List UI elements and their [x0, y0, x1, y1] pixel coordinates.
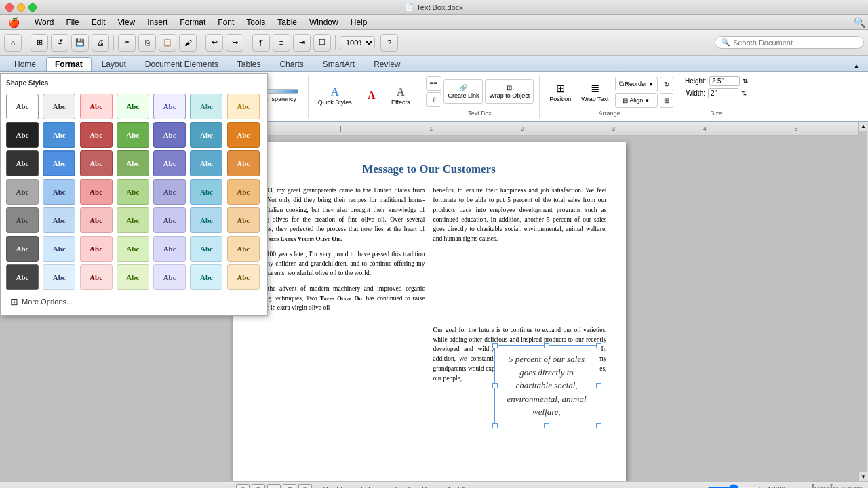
style-cell-r7-c7[interactable]: Abc — [227, 264, 260, 290]
handle-br[interactable] — [596, 423, 601, 428]
style-cell-r7-c4[interactable]: Abc — [117, 264, 149, 290]
wrap-object-btn[interactable]: ⊡ Wrap to Object — [485, 79, 534, 104]
tab-charts[interactable]: Charts — [271, 57, 312, 71]
toolbar-refresh-btn[interactable]: ↺ — [51, 34, 68, 52]
minimize-button[interactable] — [17, 3, 25, 12]
textbox-overlay[interactable]: 5 percent of our sales goes directly to … — [494, 345, 599, 426]
maximize-button[interactable] — [28, 3, 37, 12]
scrollbar-right[interactable]: ▲ ▼ — [858, 122, 868, 481]
align-dropdown-icon[interactable]: ▼ — [644, 98, 650, 104]
style-cell-r4-c2[interactable]: Abc — [43, 179, 75, 205]
toolbar-pilcrow-btn[interactable]: ¶ — [252, 34, 270, 52]
style-cell-r7-c1[interactable]: Abc — [6, 264, 39, 290]
style-cell-r2-c2[interactable]: Abc — [43, 122, 75, 148]
ribbon-collapse-btn[interactable]: ▲ — [850, 61, 863, 71]
style-cell-r3-c6[interactable]: Abc — [190, 150, 222, 176]
search-input[interactable] — [733, 39, 858, 47]
reorder-button[interactable]: ⧉ Reorder ▼ — [615, 77, 658, 92]
style-cell-r2-c6[interactable]: Abc — [190, 122, 222, 148]
style-cell-r1-c3[interactable]: Abc — [80, 94, 113, 119]
menu-view[interactable]: View — [112, 16, 140, 28]
style-cell-r4-c7[interactable]: Abc — [227, 179, 260, 205]
menu-edit[interactable]: Edit — [86, 16, 111, 28]
zoom-slider[interactable] — [707, 484, 762, 489]
toolbar-textbox-btn[interactable]: ☐ — [313, 34, 331, 52]
style-cell-r2-c3[interactable]: Abc — [80, 122, 113, 148]
style-cell-r1-c4[interactable]: Abc — [117, 94, 149, 119]
scroll-thumb[interactable] — [859, 131, 867, 472]
toolbar-copy-btn[interactable]: ⎘ — [138, 34, 156, 52]
style-cell-r4-c3[interactable]: Abc — [80, 179, 113, 205]
reorder-dropdown-icon[interactable]: ▼ — [648, 81, 654, 87]
style-cell-r6-c4[interactable]: Abc — [117, 236, 149, 262]
tab-format[interactable]: Format — [46, 57, 92, 71]
zoom-selector[interactable]: 100% — [340, 36, 375, 49]
style-cell-r2-c5[interactable]: Abc — [153, 122, 186, 148]
style-cell-r3-c5[interactable]: Abc — [153, 150, 186, 176]
style-cell-r5-c2[interactable]: Abc — [43, 207, 75, 233]
tab-document-elements[interactable]: Document Elements — [136, 57, 227, 71]
style-cell-r4-c4[interactable]: Abc — [117, 179, 149, 205]
width-input[interactable] — [708, 88, 738, 98]
tab-smartart[interactable]: SmartArt — [314, 57, 363, 71]
tab-tables[interactable]: Tables — [229, 57, 270, 71]
style-cell-r3-c1[interactable]: Abc — [6, 150, 39, 176]
handle-ml[interactable] — [492, 383, 498, 388]
style-cell-r3-c7[interactable]: Abc — [227, 150, 260, 176]
menu-font[interactable]: Font — [212, 16, 239, 28]
window-controls[interactable] — [5, 3, 37, 12]
menu-window[interactable]: Window — [304, 16, 344, 28]
style-cell-r6-c1[interactable]: Abc — [6, 236, 39, 262]
style-cell-r7-c3[interactable]: Abc — [80, 264, 113, 290]
menu-help[interactable]: Help — [345, 16, 373, 28]
toolbar-paste-btn[interactable]: 📋 — [159, 34, 176, 52]
toolbar-cut-btn[interactable]: ✂ — [118, 34, 136, 52]
more-options-btn[interactable]: ⊞ More Options... — [6, 293, 262, 310]
position-button[interactable]: ⊞ Position — [545, 76, 575, 108]
style-cell-r3-c2[interactable]: Abc — [43, 150, 75, 176]
text-effects-button[interactable]: A Effects — [387, 79, 414, 112]
handle-tl[interactable] — [492, 343, 498, 348]
style-cell-r1-c5[interactable]: Abc — [153, 94, 186, 119]
toolbar-undo-btn[interactable]: ↩ — [205, 34, 223, 52]
handle-tm[interactable] — [544, 343, 549, 348]
search-bar[interactable]: 🔍 — [715, 36, 864, 49]
height-spinner-icon[interactable]: ⇅ — [743, 77, 748, 85]
text-color-button[interactable]: A — [358, 79, 385, 112]
width-spinner-icon[interactable]: ⇅ — [741, 89, 747, 97]
style-cell-r6-c3[interactable]: Abc — [80, 236, 113, 262]
style-cell-r7-c5[interactable]: Abc — [153, 264, 186, 290]
rotate-button[interactable]: ↻ — [660, 77, 673, 92]
style-cell-r4-c5[interactable]: Abc — [153, 179, 186, 205]
style-cell-r2-c4[interactable]: Abc — [117, 122, 149, 148]
toolbar-save-btn[interactable]: 💾 — [71, 34, 89, 52]
style-cell-r1-c1[interactable]: Abc — [6, 94, 39, 119]
style-cell-r3-c4[interactable]: Abc — [117, 150, 149, 176]
toolbar-home-btn[interactable]: ⌂ — [4, 34, 22, 52]
quick-styles-button[interactable]: A Quick Styles — [314, 79, 356, 112]
toolbar-indent-btn[interactable]: ⇥ — [293, 34, 311, 52]
menu-file[interactable]: File — [60, 16, 84, 28]
wrap-text-button[interactable]: ≣ Wrap Text — [577, 76, 612, 108]
menu-tools[interactable]: Tools — [241, 16, 271, 28]
view-btn-3[interactable]: ☰ — [267, 484, 281, 489]
style-cell-r7-c6[interactable]: Abc — [190, 264, 222, 290]
handle-bm[interactable] — [544, 423, 549, 428]
scroll-up-btn[interactable]: ▲ — [861, 123, 866, 129]
apple-menu[interactable]: 🍎 — [3, 16, 25, 29]
style-cell-r4-c6[interactable]: Abc — [190, 179, 222, 205]
view-btn-4[interactable]: ⊡ — [283, 484, 296, 489]
view-btn-1[interactable]: ≡ — [236, 484, 250, 489]
group-button[interactable]: ⊞ — [660, 93, 673, 108]
view-btn-5[interactable]: ⊟ — [298, 484, 312, 489]
style-cell-r2-c7[interactable]: Abc — [227, 122, 260, 148]
view-btn-2[interactable]: ⊞ — [252, 484, 265, 489]
style-cell-r2-c1[interactable]: Abc — [6, 122, 39, 148]
style-cell-r1-c2[interactable]: Abc — [43, 94, 75, 119]
create-link-button[interactable]: 🔗 Create Link — [443, 79, 483, 104]
style-cell-r1-c7[interactable]: Abc — [227, 94, 260, 119]
toolbar-print-btn[interactable]: 🖨 — [92, 34, 109, 52]
style-cell-r4-c1[interactable]: Abc — [6, 179, 39, 205]
handle-mr[interactable] — [596, 383, 601, 388]
menu-table[interactable]: Table — [272, 16, 302, 28]
